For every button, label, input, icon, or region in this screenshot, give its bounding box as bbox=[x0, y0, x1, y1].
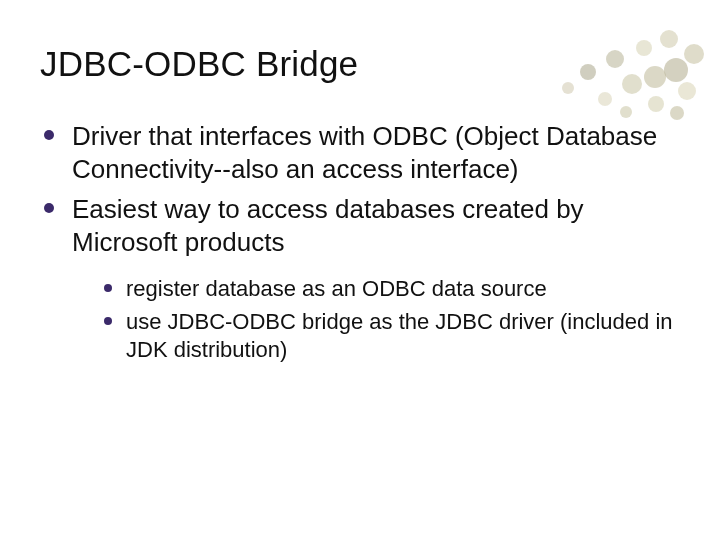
slide: JDBC-ODBC Bridge Driver that interfaces … bbox=[0, 0, 720, 540]
sub-bullet-text: register database as an ODBC data source bbox=[126, 275, 547, 304]
bullet-icon bbox=[44, 203, 54, 213]
sub-bullet-text: use JDBC-ODBC bridge as the JDBC driver … bbox=[126, 308, 680, 365]
deco-dot bbox=[684, 44, 704, 64]
list-item: register database as an ODBC data source bbox=[104, 275, 680, 304]
bullet-list: Driver that interfaces with ODBC (Object… bbox=[40, 120, 680, 259]
list-item: Driver that interfaces with ODBC (Object… bbox=[40, 120, 680, 187]
bullet-icon bbox=[104, 317, 112, 325]
deco-dot bbox=[670, 106, 684, 120]
deco-dot bbox=[648, 96, 664, 112]
deco-dot bbox=[678, 82, 696, 100]
bullet-icon bbox=[44, 130, 54, 140]
bullet-icon bbox=[104, 284, 112, 292]
deco-dot bbox=[620, 106, 632, 118]
deco-dot bbox=[598, 92, 612, 106]
list-item: use JDBC-ODBC bridge as the JDBC driver … bbox=[104, 308, 680, 365]
slide-title: JDBC-ODBC Bridge bbox=[40, 44, 680, 84]
sub-bullet-list: register database as an ODBC data source… bbox=[104, 275, 680, 365]
bullet-text: Easiest way to access databases created … bbox=[72, 193, 680, 260]
bullet-text: Driver that interfaces with ODBC (Object… bbox=[72, 120, 680, 187]
list-item: Easiest way to access databases created … bbox=[40, 193, 680, 260]
